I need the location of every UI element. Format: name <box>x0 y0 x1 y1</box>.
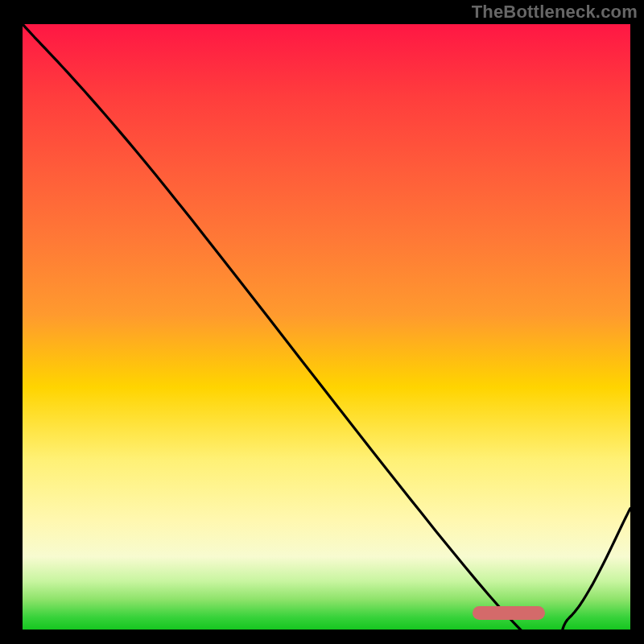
watermark-text: TheBottleneck.com <box>472 2 638 23</box>
optimal-range-marker <box>473 606 546 620</box>
chart-stage: TheBottleneck.com <box>0 0 644 644</box>
chart-line-layer <box>23 24 630 630</box>
bottleneck-curve-path <box>23 24 630 630</box>
chart-plot-area <box>23 24 630 630</box>
